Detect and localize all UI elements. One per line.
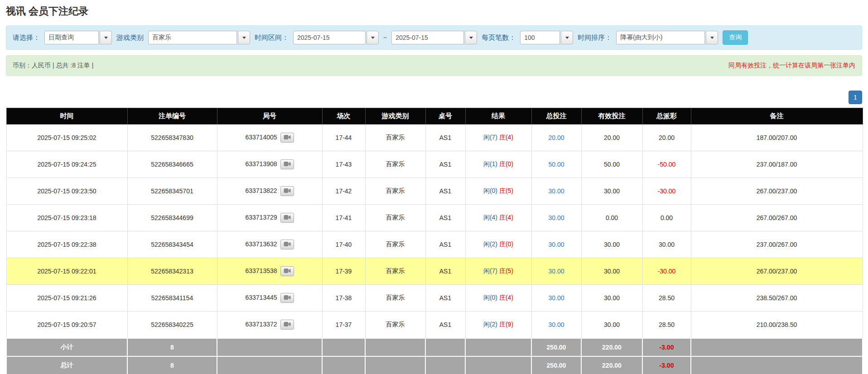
total-bet-link[interactable]: 30.00 <box>548 241 564 248</box>
footer-result <box>465 356 531 374</box>
cell-result: 闲(7) 庄(5) <box>465 258 531 285</box>
query-type-combobox <box>44 31 112 44</box>
cell-payout: 28.50 <box>642 285 691 312</box>
cell-time: 2025-07-15 09:23:50 <box>6 178 127 205</box>
date-from-combobox <box>293 31 379 44</box>
video-replay-button[interactable] <box>280 320 294 330</box>
table-footer: 小计8250.00220.00-3.00总计8250.00220.00-3.00 <box>6 338 863 374</box>
cell-session: 17-41 <box>322 205 365 231</box>
cell-round-id: 633714005 <box>217 125 322 151</box>
cell-session: 17-38 <box>322 285 365 312</box>
footer-table <box>425 338 465 356</box>
video-replay-button[interactable] <box>280 240 294 249</box>
subtotal-row: 小计8250.00220.00-3.00 <box>6 338 863 356</box>
column-header: 场次 <box>322 108 365 125</box>
chevron-down-icon <box>371 37 375 39</box>
cell-note: 237.00/267.00 <box>691 231 863 258</box>
cell-result: 闲(2) 庄(0) <box>465 231 531 258</box>
table-header-row: 时间注单编号局号场次游戏类别桌号结果总投注有效投注总派彩备注 <box>6 108 863 125</box>
time-sort-input[interactable] <box>616 31 705 44</box>
video-replay-button[interactable] <box>280 266 294 276</box>
cell-payout: 28.50 <box>642 312 691 339</box>
table-row: 2025-07-15 09:20:57522658340225633713372… <box>6 312 863 339</box>
column-header: 桌号 <box>425 108 465 125</box>
cell-result: 闲(1) 庄(0) <box>465 151 531 178</box>
cell-table-no: AS1 <box>425 125 465 151</box>
total-bet-link[interactable]: 30.00 <box>548 214 564 221</box>
video-replay-button[interactable] <box>280 293 294 303</box>
date-from-input[interactable] <box>293 31 366 44</box>
total-bet-link[interactable]: 20.00 <box>548 134 564 141</box>
video-camera-icon <box>284 321 291 327</box>
column-header: 局号 <box>217 108 322 125</box>
cell-payout: -50.00 <box>642 151 691 178</box>
result-player: 闲(0) <box>483 187 497 194</box>
video-replay-button[interactable] <box>280 159 294 169</box>
cell-payout: -30.00 <box>642 178 691 205</box>
footer-game <box>365 338 425 356</box>
footer-valid-bet: 220.00 <box>581 338 642 356</box>
cell-note: 267.00/237.00 <box>691 178 863 205</box>
video-replay-button[interactable] <box>280 213 294 223</box>
table-row: 2025-07-15 09:22:01522658342313633713538… <box>6 258 863 285</box>
total-bet-link[interactable]: 30.00 <box>548 294 564 302</box>
cell-session: 17-40 <box>322 231 365 258</box>
cell-session: 17-44 <box>322 125 365 151</box>
result-player: 闲(2) <box>483 240 497 248</box>
total-bet-link[interactable]: 30.00 <box>548 268 564 275</box>
cell-time: 2025-07-15 09:23:18 <box>6 205 127 231</box>
round-id-text: 633713908 <box>245 160 277 168</box>
footer-note <box>691 338 863 356</box>
cell-total-bet: 30.00 <box>531 285 581 312</box>
result-banker: 庄(5) <box>499 267 513 274</box>
footer-payout: -3.00 <box>642 338 691 356</box>
cell-valid-bet: 50.00 <box>581 151 642 178</box>
result-banker: 庄(5) <box>499 187 513 194</box>
cell-game-type: 百家乐 <box>365 125 425 151</box>
cell-table-no: AS1 <box>425 178 465 205</box>
date-from-dropdown-button[interactable] <box>366 31 379 44</box>
game-type-input[interactable] <box>148 31 237 44</box>
column-header: 结果 <box>465 108 531 125</box>
round-id-text: 633714005 <box>245 134 277 141</box>
cell-game-type: 百家乐 <box>365 205 425 231</box>
query-type-dropdown-button[interactable] <box>100 31 112 44</box>
footer-session <box>322 338 365 356</box>
cell-time: 2025-07-15 09:22:01 <box>6 258 127 285</box>
footer-total-bet: 250.00 <box>531 338 581 356</box>
game-type-dropdown-button[interactable] <box>238 31 250 44</box>
result-player: 闲(7) <box>483 134 497 141</box>
cell-table-no: AS1 <box>425 205 465 231</box>
filter-bar: 请选择： 游戏类别 时间区间： ~ 每页笔数： 时间排序： <box>6 25 862 50</box>
cell-round-id: 633713538 <box>217 258 322 285</box>
cell-table-no: AS1 <box>425 285 465 312</box>
footer-game <box>365 356 425 374</box>
cell-valid-bet: 30.00 <box>581 258 642 285</box>
search-button[interactable]: 查询 <box>723 30 748 45</box>
cell-time: 2025-07-15 09:24:25 <box>6 151 127 178</box>
page-size-input[interactable] <box>520 31 560 44</box>
footer-valid-bet: 220.00 <box>581 356 642 374</box>
total-bet-link[interactable]: 50.00 <box>548 161 564 168</box>
time-range-label: 时间区间： <box>255 34 289 42</box>
video-replay-button[interactable] <box>280 186 294 196</box>
result-player: 闲(0) <box>483 294 497 301</box>
date-to-dropdown-button[interactable] <box>465 31 477 44</box>
query-type-input[interactable] <box>44 31 99 44</box>
total-bet-link[interactable]: 30.00 <box>548 321 564 328</box>
total-bet-link[interactable]: 30.00 <box>548 187 564 195</box>
cell-result: 闲(4) 庄(4) <box>465 205 531 231</box>
chevron-down-icon <box>242 37 246 39</box>
date-to-combobox <box>391 31 477 44</box>
cell-table-no: AS1 <box>425 151 465 178</box>
page-1-button[interactable]: 1 <box>849 91 862 104</box>
cell-total-bet: 50.00 <box>531 151 581 178</box>
chevron-down-icon <box>104 37 108 39</box>
cell-game-type: 百家乐 <box>365 231 425 258</box>
date-to-input[interactable] <box>391 31 464 44</box>
video-replay-button[interactable] <box>280 133 294 143</box>
page-size-dropdown-button[interactable] <box>561 31 573 44</box>
cell-bet-id: 522658343454 <box>127 231 217 258</box>
time-sort-dropdown-button[interactable] <box>706 31 718 44</box>
video-camera-icon <box>284 134 291 140</box>
